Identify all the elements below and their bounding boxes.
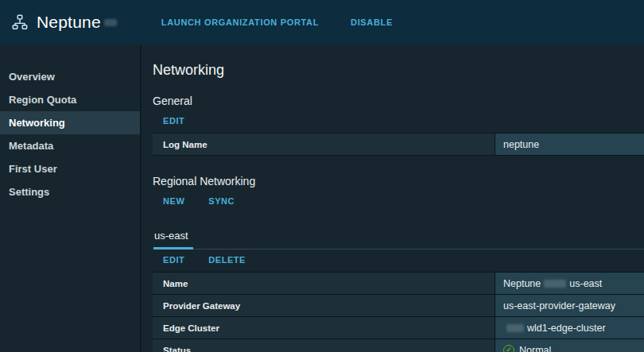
name-label: Name	[153, 273, 495, 294]
sidebar-item-metadata[interactable]: Metadata	[0, 134, 140, 157]
edge-cluster-value: wld1-edge-cluster	[495, 317, 644, 338]
header-actions: LAUNCH ORGANIZATION PORTAL DISABLE	[161, 17, 393, 27]
app-logo: Neptune	[11, 13, 117, 32]
sidebar-item-region-quota[interactable]: Region Quota	[0, 88, 140, 111]
table-row: Provider Gateway us-east-provider-gatewa…	[153, 295, 644, 317]
page-title: Networking	[153, 62, 644, 79]
app-title-redacted-text	[104, 19, 117, 26]
app-title: Neptune	[37, 13, 101, 32]
status-label: Status	[153, 339, 495, 352]
log-name-value: neptune	[495, 133, 644, 155]
check-circle-icon: ✓	[503, 345, 514, 352]
main-content: Networking General EDIT Log Name neptune…	[142, 44, 644, 352]
sidebar-item-networking[interactable]: Networking	[0, 111, 140, 134]
region-table: Name Neptune us-east Provider Gateway us…	[153, 272, 644, 352]
general-edit-button[interactable]: EDIT	[163, 116, 184, 126]
redacted-text	[506, 324, 524, 332]
general-actions: EDIT	[153, 110, 644, 133]
sidebar: Overview Region Quota Networking Metadat…	[0, 44, 142, 352]
edge-cluster-value-text: wld1-edge-cluster	[527, 323, 606, 334]
sidebar-item-settings[interactable]: Settings	[0, 180, 140, 203]
region-tab-actions: EDIT DELETE	[153, 249, 644, 272]
log-name-label: Log Name	[153, 133, 495, 155]
org-chart-icon	[11, 14, 29, 31]
name-value-suffix: us-east	[569, 278, 602, 289]
table-row: Log Name neptune	[153, 133, 644, 156]
regional-networking-heading: Regional Networking	[153, 175, 644, 188]
table-row: Edge Cluster wld1-edge-cluster	[153, 317, 644, 339]
name-value-prefix: Neptune	[503, 278, 541, 289]
sidebar-item-overview[interactable]: Overview	[0, 65, 140, 88]
app-header: Neptune LAUNCH ORGANIZATION PORTAL DISAB…	[0, 0, 644, 44]
sidebar-item-first-user[interactable]: First User	[0, 157, 140, 180]
general-table: Log Name neptune	[153, 133, 644, 156]
tab-us-east[interactable]: us-east	[153, 226, 193, 249]
disable-button[interactable]: DISABLE	[351, 17, 393, 27]
regional-sync-button[interactable]: SYNC	[208, 196, 235, 206]
general-section-heading: General	[153, 95, 644, 107]
region-edit-button[interactable]: EDIT	[163, 255, 184, 265]
table-row: Name Neptune us-east	[153, 273, 644, 295]
region-tabbar: us-east	[153, 226, 644, 249]
provider-gateway-label: Provider Gateway	[153, 295, 495, 316]
status-badge: Normal	[519, 345, 551, 352]
regional-new-button[interactable]: NEW	[163, 196, 184, 206]
region-delete-button[interactable]: DELETE	[208, 255, 246, 265]
name-value: Neptune us-east	[495, 273, 644, 294]
provider-gateway-value: us-east-provider-gateway	[495, 295, 644, 316]
launch-organization-portal-button[interactable]: LAUNCH ORGANIZATION PORTAL	[161, 17, 319, 27]
edge-cluster-label: Edge Cluster	[153, 317, 495, 338]
redacted-text	[544, 280, 566, 288]
table-row: Status ✓ Normal	[153, 339, 644, 352]
regional-actions: NEW SYNC	[153, 191, 644, 213]
status-value: ✓ Normal	[495, 339, 644, 352]
